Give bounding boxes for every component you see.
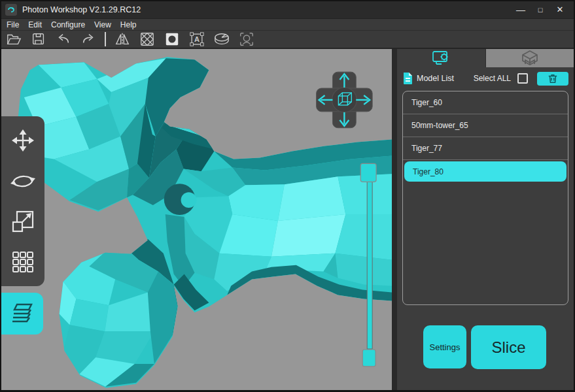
model-list-title: Model List (417, 74, 470, 83)
trash-icon (548, 73, 558, 84)
toolbar-separator (105, 32, 106, 46)
undo-button[interactable] (55, 31, 72, 47)
redo-button[interactable] (80, 31, 97, 47)
tab-model-list[interactable] (397, 49, 485, 67)
split-model-button[interactable] (213, 31, 230, 47)
transform-tool-panel (1, 116, 44, 286)
menu-view[interactable]: View (94, 20, 111, 29)
tab-print-preview[interactable] (485, 49, 574, 67)
model-list-item[interactable]: 50mm-tower_65 (403, 114, 568, 137)
scale-tool-button[interactable] (5, 204, 41, 239)
toolbar: A (1, 30, 574, 48)
menu-help[interactable]: Help (120, 20, 137, 29)
save-file-button[interactable] (30, 31, 47, 47)
layers-icon (9, 301, 35, 326)
select-all-label: Select ALL (474, 74, 511, 83)
model-list-item[interactable]: Tiger_60 (403, 91, 568, 114)
window-title: Photon Workshop V2.1.29.RC12 (22, 5, 514, 14)
menu-configure[interactable]: Configure (51, 20, 85, 29)
text-icon: A (189, 31, 205, 47)
open-file-button[interactable] (5, 31, 22, 47)
face-detect-button[interactable] (238, 31, 255, 47)
close-button[interactable]: ✕ (553, 3, 567, 17)
open-folder-icon (6, 31, 22, 47)
move-tool-button[interactable] (5, 123, 41, 158)
app-logo-icon (5, 4, 17, 16)
move-icon (10, 128, 35, 153)
rotate-icon (10, 169, 35, 193)
z-slider-top-handle[interactable] (360, 163, 376, 182)
viewport-panel-divider (392, 49, 397, 390)
save-icon (31, 31, 46, 47)
document-icon (402, 72, 413, 85)
model-list-item[interactable]: Tiger_80 (404, 161, 566, 182)
punch-hole-button[interactable] (164, 31, 181, 47)
layers-view-button[interactable] (1, 293, 43, 335)
menu-edit[interactable]: Edit (28, 20, 42, 29)
panel-footer: Settings Slice (397, 325, 574, 369)
right-panel: Model List Select ALL Tiger_60 50mm-towe… (397, 49, 574, 390)
model-list-header: Model List Select ALL (397, 69, 574, 88)
nav-pad (317, 72, 373, 128)
slice-button[interactable]: Slice (471, 325, 546, 369)
hollow-icon (139, 31, 155, 47)
model-list-item[interactable]: Tiger_77 (403, 137, 568, 160)
z-slider-track[interactable] (367, 166, 372, 349)
maximize-button[interactable]: □ (533, 3, 548, 17)
mirror-button[interactable] (114, 31, 131, 47)
printer-box-icon (520, 50, 540, 67)
add-text-button[interactable]: A (188, 31, 205, 47)
delete-model-button[interactable] (537, 72, 568, 86)
rotate-tool-button[interactable] (5, 163, 41, 199)
punch-hole-icon (164, 31, 180, 47)
menu-bar: File Edit Configure View Help (1, 18, 574, 30)
hollow-button[interactable] (139, 31, 156, 47)
mirror-icon (114, 31, 130, 47)
clone-grid-icon (10, 250, 35, 274)
scale-icon (10, 209, 35, 234)
z-slider-bottom-handle[interactable] (362, 350, 375, 367)
viewport-3d-canvas[interactable] (1, 49, 392, 390)
panel-tabs (397, 49, 574, 67)
minimize-button[interactable]: — (514, 3, 528, 17)
svg-text:A: A (194, 35, 200, 43)
title-bar: Photon Workshop V2.1.29.RC12 — □ ✕ (1, 1, 574, 18)
monitor-gear-icon (431, 50, 451, 67)
undo-icon (56, 31, 71, 47)
model-mesh (1, 49, 392, 390)
split-icon (213, 31, 230, 47)
model-list: Tiger_60 50mm-tower_65 Tiger_77 Tiger_80 (402, 91, 568, 305)
select-all-checkbox[interactable] (517, 73, 528, 84)
nav-home-view-cube-button[interactable] (332, 88, 357, 112)
redo-icon (80, 31, 96, 47)
app-window: Photon Workshop V2.1.29.RC12 — □ ✕ File … (0, 0, 575, 392)
settings-button[interactable]: Settings (423, 325, 466, 368)
face-detect-icon (239, 31, 254, 47)
clone-array-tool-button[interactable] (5, 244, 41, 280)
menu-file[interactable]: File (7, 20, 19, 29)
